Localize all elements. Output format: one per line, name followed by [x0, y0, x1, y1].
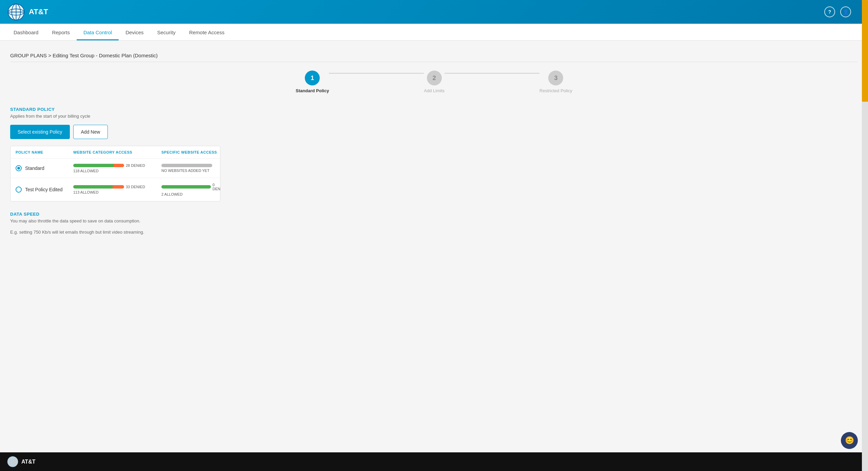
row-2-cat-access: 33 DENIED 113 ALLOWED [73, 185, 161, 194]
row-2-site-bar [161, 185, 211, 189]
row-1-site-access: NO WEBSITES ADDED YET [161, 164, 220, 173]
row-1-site-bar [161, 164, 212, 167]
col-website-category: WEBSITE CATEGORY ACCESS [73, 150, 161, 154]
step-2-number: 2 [433, 75, 436, 82]
row-2-orange-bar [113, 185, 124, 189]
footer-logo: AT&T [7, 456, 35, 468]
nav-security[interactable]: Security [151, 25, 182, 40]
step-2-label: Add Limits [424, 88, 445, 93]
row-1-allowed-label: 118 ALLOWED [73, 169, 161, 173]
table-header: POLICY NAME WEBSITE CATEGORY ACCESS SPEC… [11, 146, 220, 159]
nav-remote-access[interactable]: Remote Access [182, 25, 231, 40]
step-3-number: 3 [554, 75, 557, 82]
row-2-policy-name: Test Policy Edited [25, 187, 63, 192]
chat-icon: 😊 [845, 436, 854, 445]
policy-table: POLICY NAME WEBSITE CATEGORY ACCESS SPEC… [10, 146, 220, 201]
step-2-circle: 2 [427, 71, 442, 85]
footer-brand-text: AT&T [21, 459, 35, 465]
col-specific-website: SPECIFIC WEBSITE ACCESS [161, 150, 220, 154]
step-3-circle: 3 [548, 71, 563, 85]
chat-button[interactable]: 😊 [841, 432, 858, 449]
policy-button-group: Select existing Policy Add New [10, 125, 858, 139]
row-1-radio[interactable] [16, 165, 22, 171]
step-1-label: Standard Policy [296, 88, 329, 93]
row-2-name: Test Policy Edited [16, 187, 73, 193]
user-button[interactable]: 👤 [840, 6, 851, 17]
header: AT&T ? 👤 [0, 0, 868, 24]
att-brand-text: AT&T [29, 7, 48, 16]
step-2: 2 Add Limits [424, 71, 445, 93]
row-1-site-gray-bar [161, 164, 212, 167]
row-2-site-allowed-label: 2 ALLOWED [161, 192, 220, 196]
row-1-site-label: NO WEBSITES ADDED YET [161, 169, 220, 173]
step-1-circle: 1 [305, 71, 320, 85]
nav-bar: Dashboard Reports Data Control Devices S… [0, 24, 868, 41]
header-icons: ? 👤 [824, 6, 851, 17]
standard-policy-section: STANDARD POLICY Applies from the start o… [10, 107, 858, 201]
step-line-2-3 [445, 73, 539, 74]
step-3: 3 Restricted Policy [539, 71, 572, 93]
row-1-cat-access: 28 DENIED 118 ALLOWED [73, 163, 161, 173]
add-new-policy-button[interactable]: Add New [73, 125, 108, 139]
table-row: Standard 28 DENIED 118 ALLOWED [11, 159, 220, 178]
row-2-site-green-bar [161, 185, 211, 189]
row-1-policy-name: Standard [25, 165, 44, 171]
row-1-name: Standard [16, 165, 73, 171]
row-1-denied-label: 28 DENIED [126, 163, 145, 168]
data-speed-title: DATA SPEED [10, 212, 858, 217]
att-logo-icon [7, 3, 25, 21]
stepper: 1 Standard Policy 2 Add Limits 3 Restric… [10, 71, 858, 93]
header-logo: AT&T [7, 3, 48, 21]
nav-devices[interactable]: Devices [119, 25, 150, 40]
footer-att-logo-icon [7, 456, 19, 468]
row-2-site-denied-label: 0 DENIED [213, 183, 220, 191]
scrollbar[interactable] [862, 0, 868, 471]
col-policy-name: POLICY NAME [16, 150, 73, 154]
step-1: 1 Standard Policy [296, 71, 329, 93]
nav-reports[interactable]: Reports [45, 25, 77, 40]
table-row: Test Policy Edited 33 DENIED 113 ALLOWED [11, 178, 220, 201]
row-2-allowed-label: 113 ALLOWED [73, 190, 161, 194]
data-speed-desc2: E.g. setting 750 Kb/s will let emails th… [10, 230, 858, 235]
row-2-site-access: 0 DENIED 2 ALLOWED [161, 183, 220, 196]
row-1-green-bar [73, 164, 114, 167]
data-speed-desc: You may also throttle the data speed to … [10, 218, 858, 223]
standard-policy-title: STANDARD POLICY [10, 107, 858, 112]
step-3-label: Restricted Policy [539, 88, 572, 93]
row-2-radio[interactable] [16, 187, 22, 193]
row-1-orange-bar [114, 164, 124, 167]
data-speed-section: DATA SPEED You may also throttle the dat… [10, 212, 858, 235]
scrollbar-thumb[interactable] [862, 0, 868, 102]
step-1-number: 1 [311, 75, 314, 82]
footer: AT&T [0, 452, 868, 471]
standard-policy-desc: Applies from the start of your billing c… [10, 114, 858, 119]
nav-dashboard[interactable]: Dashboard [7, 25, 45, 40]
step-line-1-2 [329, 73, 424, 74]
nav-data-control[interactable]: Data Control [77, 25, 119, 40]
row-2-cat-bar [73, 185, 124, 189]
row-2-green-bar [73, 185, 113, 189]
help-button[interactable]: ? [824, 6, 835, 17]
row-1-cat-bar [73, 164, 124, 167]
row-2-denied-label: 33 DENIED [126, 185, 145, 189]
breadcrumb: GROUP PLANS > Editing Test Group - Domes… [10, 47, 858, 62]
main-content: GROUP PLANS > Editing Test Group - Domes… [0, 41, 868, 454]
select-existing-policy-button[interactable]: Select existing Policy [10, 125, 70, 139]
